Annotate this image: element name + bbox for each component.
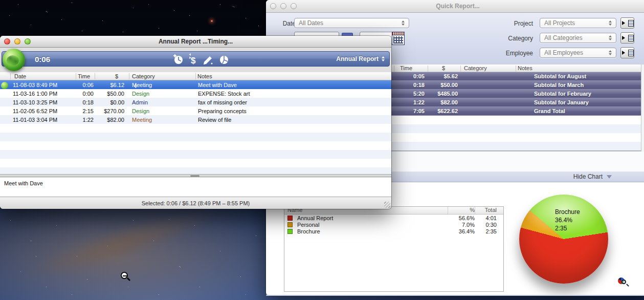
legend-swatch-icon — [287, 229, 293, 234]
popup-arrows-icon — [382, 56, 385, 61]
project-filter-dropdown[interactable]: All Projects — [540, 18, 616, 28]
resize-grip[interactable] — [384, 202, 390, 208]
column-header-category[interactable]: Category — [132, 73, 155, 79]
category-filter-dropdown[interactable]: All Categories — [540, 33, 616, 43]
pie-chart[interactable]: Brochure 36.4% 2:35 — [519, 195, 608, 284]
cell-notes: Grand Total — [534, 108, 565, 114]
add-expense-icon[interactable]: $ — [188, 53, 198, 66]
zoom-out-cursor — [121, 272, 129, 280]
chart-zoom-button[interactable] — [618, 276, 629, 288]
cell-notes: Meet with Dave — [198, 82, 237, 88]
pie-label-total: 2:35 — [555, 224, 580, 232]
cell-notes: Subtotal for August — [534, 73, 586, 79]
notes-splitter[interactable] — [0, 174, 391, 177]
project-popup-value: Annual Report — [336, 55, 379, 62]
legend-row[interactable]: Brochure36.4%2:35 — [284, 228, 503, 234]
zoom-button[interactable] — [291, 3, 297, 9]
minimize-button[interactable] — [14, 38, 20, 45]
cell-date: 11-03-16 1:00 PM — [13, 91, 57, 97]
annual-report-titlebar[interactable]: Annual Report ...Timing... — [0, 36, 391, 48]
category-list-button[interactable] — [620, 32, 634, 44]
zoom-button[interactable] — [25, 38, 31, 45]
popup-arrows-icon — [135, 84, 137, 88]
report-icon[interactable] — [218, 53, 230, 66]
legend-row[interactable]: Personal7.0%0:30 — [284, 221, 503, 228]
date-filter-value: All Dates — [299, 19, 398, 27]
cell-date: 11-02-05 6:52 PM — [13, 108, 57, 114]
column-header-time[interactable]: Time — [78, 73, 90, 79]
legend-percent: 7.0% — [448, 222, 475, 228]
project-filter-label: Project — [497, 20, 533, 27]
legend-name: Brochure — [293, 228, 448, 234]
close-button[interactable] — [4, 38, 10, 45]
column-header-amount[interactable]: $ — [115, 73, 118, 79]
timer-toolbar: 0:06 $ Annual Report — [2, 51, 390, 67]
entry-row[interactable]: 11-03-16 1:00 PM0:00$50.00DesignEXPENSE:… — [0, 89, 391, 98]
disclosure-triangle-icon[interactable] — [607, 175, 612, 181]
scrollbar-track[interactable] — [641, 65, 644, 152]
entry-row[interactable]: 11-03-10 3:25 PM0:18$0.00Adminfax of mis… — [0, 98, 391, 106]
chart-legend-table: Name % Total Annual Report56.6%4:01Perso… — [284, 206, 504, 292]
cell-notes: Review of file — [198, 117, 231, 123]
cell-time: 0:18 — [83, 99, 94, 105]
add-time-icon[interactable] — [173, 53, 183, 66]
notes-panel[interactable]: Meet with Dave — [0, 178, 391, 197]
date-filter-dropdown[interactable]: All Dates — [294, 18, 409, 28]
cell-category: Design — [132, 91, 149, 97]
employee-list-button[interactable] — [620, 47, 634, 58]
cell-category[interactable]: Meeting — [132, 82, 152, 88]
legend-name: Annual Report — [293, 215, 448, 221]
entry-row[interactable]: 11-02-05 6:52 PM2:15$270.00DesignPrepari… — [0, 106, 391, 115]
cell-amount: $6.12 — [110, 82, 124, 88]
cell-amount: $82.00 — [107, 117, 124, 123]
legend-name: Personal — [293, 222, 448, 228]
minimize-button[interactable] — [280, 3, 286, 9]
cell-notes: Preparing concepts — [198, 108, 247, 114]
column-header-category[interactable]: Category — [464, 65, 487, 71]
empty-rows-area — [0, 124, 391, 174]
legend-swatch-icon — [287, 216, 293, 221]
project-list-button[interactable] — [620, 17, 634, 29]
column-header-time[interactable]: Time — [400, 65, 412, 71]
selection-summary: Selected: 0:06 / $6.12 (8:49 PM – 8:55 P… — [142, 200, 250, 206]
legend-column-percent[interactable]: % — [448, 207, 475, 214]
legend-row[interactable]: Annual Report56.6%4:01 — [284, 215, 503, 221]
cell-notes: Subtotal for January — [534, 99, 589, 105]
column-header-notes[interactable]: Notes — [197, 73, 212, 79]
legend-rows: Annual Report56.6%4:01Personal7.0%0:30Br… — [284, 215, 503, 234]
cell-time: 1:22 — [413, 99, 425, 105]
employee-filter-value: All Employees — [544, 49, 606, 56]
column-header-notes[interactable]: Notes — [518, 65, 532, 71]
legend-swatch-icon — [287, 222, 293, 227]
pie-label-percent: 36.4% — [555, 216, 580, 224]
entry-row[interactable]: 11-08-03 8:49 PM0:06$6.12MeetingMeet wit… — [0, 80, 391, 89]
legend-column-total[interactable]: Total — [475, 207, 503, 214]
cell-amount: $50.00 — [440, 82, 458, 88]
entry-row[interactable]: 11-01-03 3:04 PM1:22$82.00MeetingReview … — [0, 115, 391, 124]
cell-notes: fax of missing order — [198, 99, 247, 105]
hide-chart-button[interactable]: Hide Chart — [573, 173, 603, 180]
splitter-handle-icon[interactable] — [190, 175, 199, 177]
close-button[interactable] — [270, 3, 276, 9]
pie-slice-label: Brochure 36.4% 2:35 — [555, 208, 580, 232]
cell-time: 1:22 — [83, 117, 94, 123]
column-header-date[interactable]: Date — [14, 73, 26, 79]
project-filter-value: All Projects — [544, 19, 606, 27]
cell-time: 0:00 — [83, 91, 94, 97]
entries-table-header[interactable]: Date Time $ Category Notes — [0, 72, 391, 80]
quick-report-titlebar[interactable]: Quick Report... — [266, 0, 644, 13]
cell-category: Admin — [132, 99, 148, 105]
legend-percent: 56.6% — [448, 215, 475, 221]
cell-time: 0:05 — [413, 73, 425, 79]
popup-arrows-icon — [402, 20, 405, 26]
employee-filter-dropdown[interactable]: All Employees — [540, 48, 616, 58]
calendar-icon[interactable] — [392, 32, 405, 45]
cell-amount: $485.00 — [437, 91, 458, 97]
cell-category: Design — [132, 108, 149, 114]
edit-entry-icon[interactable] — [203, 53, 214, 66]
category-filter-value: All Categories — [544, 34, 606, 41]
project-popup-button[interactable]: Annual Report — [336, 55, 385, 62]
cell-date: 11-01-03 3:04 PM — [13, 117, 57, 123]
column-header-amount[interactable]: $ — [442, 65, 445, 71]
green-globe-icon[interactable] — [3, 49, 25, 71]
